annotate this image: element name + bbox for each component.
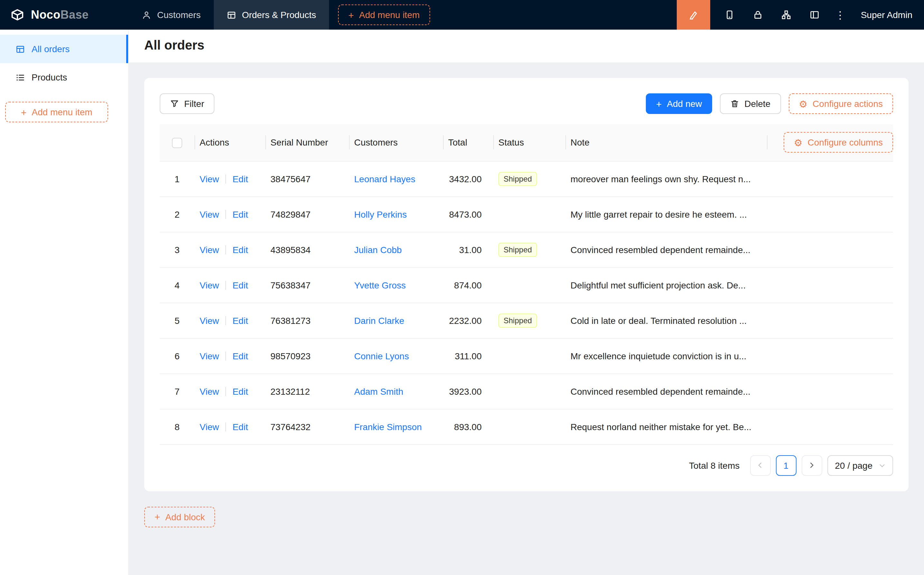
edit-link[interactable]: Edit [232,386,248,396]
edit-link[interactable]: Edit [232,280,248,290]
edit-link[interactable]: Edit [232,173,248,184]
plus-icon: + [21,107,27,117]
row-index-cell: 7 [160,373,194,409]
status-cell [493,267,565,303]
tablet-icon[interactable] [715,0,744,30]
page-number-button[interactable]: 1 [776,455,796,475]
view-link[interactable]: View [200,421,219,432]
customer-link[interactable]: Holly Perkins [354,209,406,219]
customer-link[interactable]: Yvette Gross [354,280,406,290]
spacer-cell [767,232,893,267]
note-cell: Convinced resembled dependent remainde..… [565,373,767,409]
customer-link[interactable]: Leonard Hayes [354,173,415,184]
serial-number-cell: 73764232 [265,409,349,444]
add-menu-item-button-sidebar[interactable]: + Add menu item [5,102,108,122]
edit-link[interactable]: Edit [232,351,248,361]
orders-card: Filter + Add new [144,78,908,491]
customer-link[interactable]: Darin Clarke [354,315,404,326]
status-cell [493,338,565,373]
add-block-button[interactable]: + Add block [144,507,215,527]
logo-text: NocoBase [31,8,89,22]
view-link[interactable]: View [200,351,219,361]
page-size-select[interactable]: 20 / page [827,455,893,475]
row-index-cell: 1 [160,161,194,196]
edit-link[interactable]: Edit [232,421,248,432]
note-cell: Mr excellence inquietude conviction is i… [565,338,767,373]
filter-button[interactable]: Filter [160,94,214,114]
spacer-cell [767,196,893,232]
view-link[interactable]: View [200,280,219,290]
toolbar-right: + Add new Delete [646,94,893,114]
customer-link[interactable]: Frankie Simpson [354,421,422,432]
divider [225,210,226,219]
app-root: NocoBase Customers Orders & Products [0,0,924,575]
nav-item-orders-products[interactable]: Orders & Products [213,0,329,30]
select-all-checkbox[interactable] [172,138,182,148]
divider [225,245,226,254]
nav-item-label: Customers [157,10,200,20]
view-link[interactable]: View [200,315,219,326]
customer-cell: Holly Perkins [349,196,443,232]
add-menu-item-button-header[interactable]: + Add menu item [338,5,430,25]
row-actions-cell: ViewEdit [194,161,265,196]
row-actions-cell: ViewEdit [194,196,265,232]
table-body: 1 ViewEdit 38475647 Leonard Hayes 3432.0… [160,161,893,444]
nav-item-customers[interactable]: Customers [129,0,213,30]
status-tag: Shipped [499,242,537,257]
table-row: 1 ViewEdit 38475647 Leonard Hayes 3432.0… [160,161,893,196]
row-actions-cell: ViewEdit [194,232,265,267]
customer-cell: Frankie Simpson [349,409,443,444]
plus-icon: + [348,10,354,20]
next-page-button[interactable] [801,455,822,475]
customer-cell: Leonard Hayes [349,161,443,196]
sidebar-item-all-orders[interactable]: All orders [0,35,128,63]
row-actions-cell: ViewEdit [194,267,265,303]
page-header: All orders [129,30,924,62]
view-link[interactable]: View [200,386,219,396]
configure-actions-button[interactable]: ⚙ Configure actions [789,94,893,114]
lock-icon[interactable] [744,0,772,30]
note-cell: Convinced resembled dependent remainde..… [565,232,767,267]
nav-item-label: Orders & Products [242,10,316,20]
customer-link[interactable]: Adam Smith [354,386,403,396]
plus-icon: + [154,512,160,521]
add-new-button[interactable]: + Add new [646,94,713,114]
orders-table: Actions Serial Number Customers Total St… [160,124,893,445]
row-actions-cell: ViewEdit [194,303,265,338]
table-row: 3 ViewEdit 43895834 Julian Cobb 31.00 Sh… [160,232,893,267]
divider [225,351,226,360]
customer-link[interactable]: Julian Cobb [354,245,402,255]
row-index-cell: 2 [160,196,194,232]
edit-link[interactable]: Edit [232,315,248,326]
divider [225,422,226,431]
view-link[interactable]: View [200,173,219,184]
status-cell [493,409,565,444]
sidebar-item-label: All orders [32,44,70,54]
sidebar-item-products[interactable]: Products [0,63,128,91]
layout-icon[interactable] [800,0,829,30]
ellipsis-icon[interactable]: ⋮ [829,0,852,30]
edit-link[interactable]: Edit [232,209,248,219]
column-header-customers: Customers [349,124,443,161]
delete-button[interactable]: Delete [720,94,781,114]
previous-page-button[interactable] [750,455,770,475]
total-cell: 8473.00 [443,196,493,232]
table-row: 2 ViewEdit 74829847 Holly Perkins 8473.0… [160,196,893,232]
edit-link[interactable]: Edit [232,245,248,255]
ui-editor-highlighter-icon[interactable] [677,0,710,30]
view-link[interactable]: View [200,209,219,219]
row-index-cell: 8 [160,409,194,444]
view-link[interactable]: View [200,245,219,255]
divider [225,280,226,289]
configure-columns-button[interactable]: ⚙ Configure columns [784,132,893,153]
customer-link[interactable]: Connie Lyons [354,351,409,361]
spacer-cell [767,338,893,373]
sitemap-icon[interactable] [772,0,800,30]
list-icon [16,72,25,82]
logo[interactable]: NocoBase [0,0,129,30]
column-header-status: Status [493,124,565,161]
serial-number-cell: 74829847 [265,196,349,232]
user-name[interactable]: Super Admin [861,10,913,20]
column-header-serial-number: Serial Number [265,124,349,161]
customer-cell: Yvette Gross [349,267,443,303]
